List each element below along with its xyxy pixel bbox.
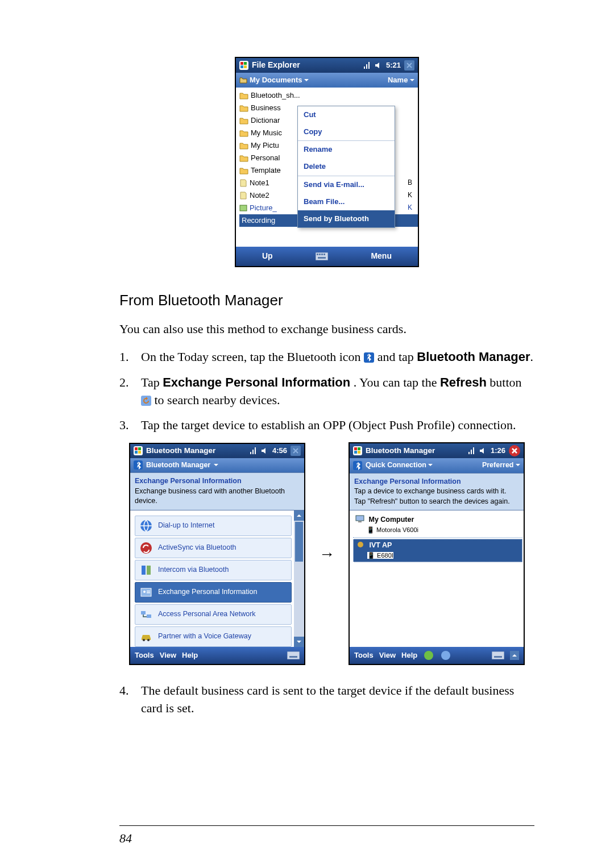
start-flag-icon[interactable]: [353, 446, 362, 455]
device-row-selected[interactable]: IVT AP 📱 E680I: [353, 539, 522, 562]
bm-left-subheader: Exchange Personal Information Exchange b…: [130, 472, 304, 510]
close-icon[interactable]: [509, 445, 520, 456]
bm-figure: Bluetooth Manager 4:56 Bluetooth Manager…: [119, 442, 534, 665]
scroll-up-icon[interactable]: [294, 510, 304, 521]
scroll-thumb[interactable]: [295, 522, 303, 562]
svg-rect-12: [138, 447, 141, 450]
svg-rect-28: [289, 656, 297, 658]
ctx-copy[interactable]: Copy: [298, 123, 395, 140]
ctx-beam-file[interactable]: Beam File...: [298, 193, 395, 210]
bm-right-toolbar: Quick Connection Preferred: [350, 458, 524, 473]
sip-up-icon[interactable]: [510, 651, 519, 660]
svg-rect-27: [287, 651, 300, 659]
ctx-cut[interactable]: Cut: [298, 106, 395, 123]
svg-rect-21: [147, 591, 150, 592]
bluetooth-icon: [353, 461, 362, 470]
fe-folder-row[interactable]: Bluetooth_sh...: [239, 89, 418, 102]
svg-rect-30: [358, 447, 360, 450]
step-1: 1. On the Today screen, tap the Bluetoot…: [119, 348, 534, 366]
up-button[interactable]: Up: [262, 251, 273, 262]
bottom-tools[interactable]: Tools: [354, 650, 374, 661]
bm-service-activesync[interactable]: ActiveSync via Bluetooth: [135, 538, 292, 558]
bm-service-dialup[interactable]: Dial-up to Internet: [135, 516, 292, 536]
fe-titlebar: File Explorer 5:21: [236, 58, 418, 73]
svg-point-25: [143, 639, 145, 641]
quick-connection[interactable]: Quick Connection: [366, 460, 433, 471]
arrow-right-icon: →: [319, 543, 335, 565]
svg-point-16: [140, 542, 152, 554]
signal-icon: [250, 447, 258, 455]
file-explorer-window: File Explorer 5:21 My Documents Name Blu…: [235, 57, 419, 267]
connect-icon[interactable]: [424, 651, 433, 660]
bm-left-bottombar: Tools View Help: [130, 647, 304, 664]
bottom-help[interactable]: Help: [401, 650, 417, 661]
scroll-down-icon[interactable]: [294, 637, 304, 647]
svg-rect-11: [135, 447, 138, 450]
keyboard-icon[interactable]: [316, 252, 328, 260]
bm-left-window: Bluetooth Manager 4:56 Bluetooth Manager…: [129, 443, 305, 665]
start-flag-icon[interactable]: [239, 61, 248, 70]
menu-button[interactable]: Menu: [371, 251, 392, 262]
ctx-rename[interactable]: Rename: [298, 141, 395, 158]
svg-rect-23: [141, 611, 146, 614]
svg-rect-10: [318, 257, 326, 259]
keyboard-icon[interactable]: [287, 651, 300, 659]
bottom-tools[interactable]: Tools: [135, 650, 154, 661]
fe-title: File Explorer: [252, 60, 360, 71]
keyboard-icon[interactable]: [492, 651, 504, 659]
svg-rect-13: [135, 451, 138, 454]
bm-service-intercom[interactable]: Intercom via Bluetooth: [135, 560, 292, 580]
footer-rule: [119, 825, 534, 826]
fe-body: Bluetooth_sh... Business Dictionar My Mu…: [236, 88, 418, 247]
bm-service-exchange[interactable]: Exchange Personal Information: [135, 582, 292, 603]
folder-icon: [239, 142, 248, 149]
intro-text: You can also use this method to exchange…: [119, 321, 534, 338]
svg-rect-1: [244, 62, 247, 65]
sync-icon: [139, 541, 154, 555]
bm-left-toolbar[interactable]: Bluetooth Manager: [130, 458, 304, 473]
intercom-icon: [139, 563, 154, 578]
svg-rect-0: [240, 62, 243, 65]
car-icon: [139, 629, 154, 644]
device-row[interactable]: My Computer 📱 Motorola V600i: [353, 514, 522, 536]
step-number: 3.: [119, 417, 133, 434]
ctx-send-bluetooth[interactable]: Send by Bluetooth: [298, 210, 395, 227]
bm-right-title: Bluetooth Manager: [366, 446, 464, 456]
svg-rect-24: [147, 614, 151, 618]
signal-icon: [363, 61, 371, 69]
refresh-icon: [141, 396, 151, 406]
ctx-send-email[interactable]: Send via E-mail...: [298, 176, 395, 193]
start-flag-icon[interactable]: [134, 446, 143, 455]
computer-icon: [355, 515, 364, 523]
bm-service-voicegw[interactable]: Partner with a Voice Gateway: [135, 626, 292, 647]
preferred[interactable]: Preferred: [482, 460, 520, 471]
fe-sort[interactable]: Name: [388, 75, 414, 85]
bm-left-titlebar: Bluetooth Manager 4:56: [130, 444, 304, 458]
bm-left-body: Dial-up to Internet ActiveSync via Bluet…: [130, 510, 304, 647]
chevron-down-icon: [410, 78, 414, 82]
divider: [353, 537, 522, 538]
svg-rect-22: [147, 592, 150, 593]
refresh-icon[interactable]: [441, 651, 450, 660]
close-icon[interactable]: [404, 60, 414, 70]
bottom-view[interactable]: View: [160, 650, 176, 661]
close-icon[interactable]: [291, 446, 301, 456]
chevron-down-icon: [516, 463, 520, 467]
vcard-icon: [139, 585, 154, 600]
svg-rect-2: [240, 65, 243, 68]
step-2: 2. Tap Exchange Personal Information . Y…: [119, 374, 534, 409]
context-menu: Cut Copy Rename Delete Send via E-mail..…: [297, 106, 395, 228]
scrollbar[interactable]: [294, 510, 304, 647]
folder-icon: [239, 76, 247, 84]
svg-rect-36: [492, 651, 504, 659]
bm-right-titlebar: Bluetooth Manager 1:26: [350, 443, 524, 458]
ap-icon: [356, 541, 365, 549]
bottom-help[interactable]: Help: [182, 650, 198, 661]
bottom-view[interactable]: View: [379, 650, 396, 661]
ctx-delete[interactable]: Delete: [298, 158, 395, 175]
fe-path[interactable]: My Documents: [250, 75, 388, 85]
bm-service-pan[interactable]: Access Personal Area Network: [135, 604, 292, 625]
image-icon: [239, 204, 247, 212]
bm-right-subheader: Exchange Personal Information Tap a devi…: [350, 473, 524, 511]
svg-rect-18: [147, 566, 151, 575]
